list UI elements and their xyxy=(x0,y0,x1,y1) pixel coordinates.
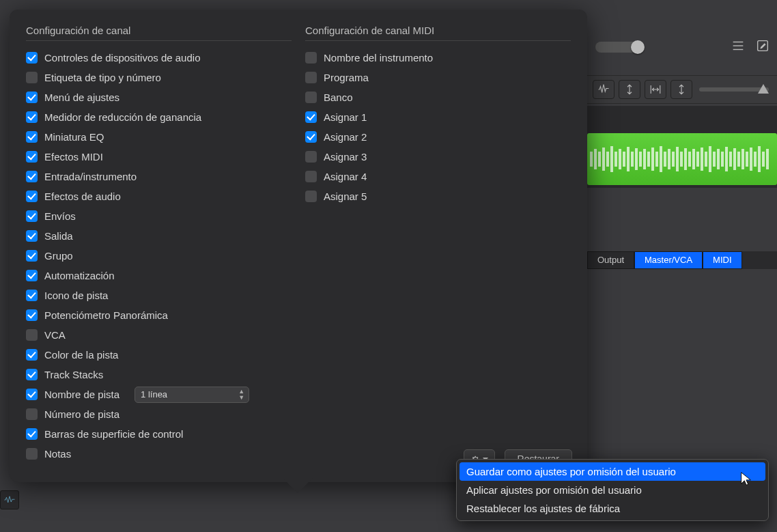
tab-master-vca[interactable]: Master/VCA xyxy=(634,251,703,269)
option-label: Color de la pista xyxy=(44,349,118,361)
option-label: Automatización xyxy=(44,270,115,281)
option-label: Entrada/instrumento xyxy=(44,171,137,182)
option-label: Envíos xyxy=(44,210,76,222)
section-title-channel: Configuración de canal xyxy=(26,25,292,41)
checkbox[interactable] xyxy=(305,72,317,83)
checkbox[interactable] xyxy=(26,131,38,143)
option-label: Asignar 2 xyxy=(324,131,367,143)
checkbox[interactable] xyxy=(26,448,38,460)
waveform-zoom-slider[interactable] xyxy=(699,87,769,92)
checkbox[interactable] xyxy=(26,191,38,202)
checkbox[interactable] xyxy=(26,250,38,262)
checkbox[interactable] xyxy=(305,52,317,64)
option-label: Grupo xyxy=(44,250,73,262)
option-label: Número de pista xyxy=(44,408,119,420)
option-label: Asignar 1 xyxy=(324,111,367,123)
checkbox[interactable] xyxy=(305,92,317,103)
checkbox[interactable] xyxy=(26,349,38,361)
option-label: Salida xyxy=(44,230,73,242)
option-label: VCA xyxy=(44,329,66,341)
menu-item[interactable]: Guardar como ajustes por omisión del usu… xyxy=(460,462,765,481)
menu-item[interactable]: Aplicar ajustes por omisión del usuario xyxy=(460,481,765,499)
option-label: Controles de dispositivos de audio xyxy=(44,52,200,64)
checkbox[interactable] xyxy=(26,92,38,103)
option-label: Asignar 4 xyxy=(324,171,367,182)
option-label: Medidor de reducción de ganancia xyxy=(44,111,201,123)
checkbox[interactable] xyxy=(26,210,38,222)
arrange-area xyxy=(587,106,777,188)
midi-region[interactable] xyxy=(587,133,777,185)
menu-item[interactable]: Restablecer los ajustes de fábrica xyxy=(460,499,765,518)
section-title-midi-channel: Configuración de canal MIDI xyxy=(305,25,571,41)
checkbox[interactable] xyxy=(26,230,38,242)
vzoom-icon[interactable] xyxy=(619,80,640,99)
tab-midi[interactable]: MIDI xyxy=(703,251,741,269)
waveform-button[interactable] xyxy=(0,490,19,509)
option-label: Nombre del instrumento xyxy=(324,52,433,64)
option-label: Asignar 3 xyxy=(324,151,367,163)
checkbox[interactable] xyxy=(26,52,38,64)
option-label: Nombre de pista xyxy=(44,389,119,400)
checkbox[interactable] xyxy=(305,151,317,163)
checkbox[interactable] xyxy=(305,171,317,182)
checkbox[interactable] xyxy=(26,151,38,163)
checkbox[interactable] xyxy=(26,72,38,83)
lines-select[interactable]: 1 línea▲▼ xyxy=(135,387,249,403)
checkbox[interactable] xyxy=(305,191,317,202)
checkbox[interactable] xyxy=(26,111,38,123)
option-label: Banco xyxy=(324,92,353,103)
waveform-icon[interactable] xyxy=(593,80,614,99)
list-icon[interactable] xyxy=(731,38,746,56)
checkbox[interactable] xyxy=(26,329,38,341)
tab-output[interactable]: Output xyxy=(587,251,634,269)
checkbox[interactable] xyxy=(26,309,38,321)
checkbox[interactable] xyxy=(26,290,38,301)
gear-dropdown-menu: Guardar como ajustes por omisión del usu… xyxy=(456,459,769,521)
option-label: Etiqueta de tipo y número xyxy=(44,72,161,83)
edit-icon[interactable] xyxy=(755,38,770,56)
option-label: Efectos MIDI xyxy=(44,151,103,163)
option-label: Programa xyxy=(324,72,369,83)
option-label: Efectos de audio xyxy=(44,191,121,202)
checkbox[interactable] xyxy=(26,369,38,380)
option-label: Potenciómetro Panorámica xyxy=(44,309,168,321)
checkbox[interactable] xyxy=(26,428,38,440)
option-label: Track Stacks xyxy=(44,369,103,380)
channel-strip-config-popover: Configuración de canal Controles de disp… xyxy=(10,10,587,482)
checkbox[interactable] xyxy=(305,111,317,123)
zoom-slider[interactable] xyxy=(595,42,643,53)
option-label: Menú de ajustes xyxy=(44,92,119,103)
checkbox[interactable] xyxy=(305,131,317,143)
option-label: Asignar 5 xyxy=(324,191,367,202)
option-label: Notas xyxy=(44,448,71,460)
vfit-icon[interactable] xyxy=(670,80,692,99)
cursor-icon xyxy=(739,471,754,489)
checkbox[interactable] xyxy=(26,270,38,281)
option-label: Icono de pista xyxy=(44,290,108,301)
option-label: Miniatura EQ xyxy=(44,131,104,143)
checkbox[interactable] xyxy=(26,408,38,420)
option-label: Barras de superficie de control xyxy=(44,428,183,440)
checkbox[interactable] xyxy=(26,389,38,400)
checkbox[interactable] xyxy=(26,171,38,182)
hfit-icon[interactable] xyxy=(645,80,666,99)
